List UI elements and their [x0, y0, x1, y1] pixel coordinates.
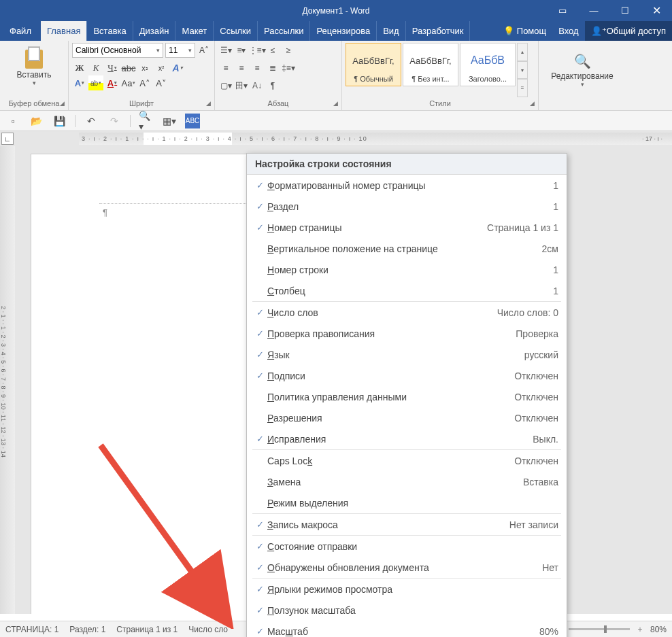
tab-developer[interactable]: Разработчик — [406, 21, 471, 41]
zoom-slider[interactable] — [569, 628, 630, 630]
statusbar-option[interactable]: ✓ИсправленияВыкл. — [247, 428, 567, 449]
subscript-button[interactable]: x — [137, 61, 152, 75]
paragraph-dialog-launcher[interactable]: ◢ — [333, 100, 338, 107]
styles-dialog-launcher[interactable]: ◢ — [530, 100, 535, 107]
share-button[interactable]: 👤⁺ Общий доступ — [585, 21, 672, 41]
tab-view[interactable]: Вид — [377, 21, 406, 41]
tab-layout[interactable]: Макет — [175, 21, 214, 41]
minimize-button[interactable]: ― — [578, 0, 609, 21]
show-marks-button[interactable]: ¶ — [265, 78, 280, 93]
increase-font-button[interactable]: A˄ — [197, 43, 211, 58]
tab-review[interactable]: Рецензирова — [310, 21, 377, 41]
zoom-in-button[interactable]: + — [635, 625, 645, 634]
change-case-button[interactable]: Aa▾ — [121, 75, 136, 90]
paste-button[interactable]: Вставить — [17, 70, 52, 80]
undo-button[interactable]: ↶ — [84, 114, 99, 128]
new-doc-button[interactable]: ▫ — [5, 114, 20, 128]
statusbar-option[interactable]: ✓Языкрусский — [247, 344, 567, 365]
statusbar-option[interactable]: Caps LockОтключен — [247, 450, 567, 471]
align-left-button[interactable]: ≡ — [218, 61, 233, 75]
clipboard-dialog-launcher[interactable]: ◢ — [60, 100, 65, 107]
borders-button[interactable]: 田▾ — [234, 78, 249, 93]
table-button[interactable]: ▦▾ — [162, 114, 177, 128]
align-right-button[interactable]: ≡ — [250, 61, 265, 75]
horizontal-ruler[interactable]: 3 · ı · 2 · ı · 1 · ı · · ı · 1 · ı · 2 … — [79, 133, 672, 145]
statusbar-option[interactable]: ✓Ярлыки режимов просмотра — [247, 579, 567, 600]
statusbar-option[interactable]: ✓Проверка правописанияПроверка — [247, 323, 567, 344]
find-icon[interactable]: 🔍 — [574, 53, 591, 69]
font-color-button[interactable]: A▾ — [105, 75, 120, 90]
tab-home[interactable]: Главная — [41, 21, 87, 41]
shrink-font-button[interactable]: A˅ — [154, 75, 169, 90]
ribbon-display-options[interactable]: ▭ — [547, 0, 578, 21]
underline-button[interactable]: Ч▾ — [105, 61, 120, 75]
style-no-spacing[interactable]: АаБбВвГг, ¶ Без инт... — [403, 43, 458, 86]
paste-icon[interactable] — [22, 46, 46, 70]
style-heading1[interactable]: АаБбВ Заголово... — [460, 43, 516, 86]
option-value: 1 — [553, 286, 558, 296]
font-name-select[interactable]: Calibri (Основной▾ — [72, 43, 163, 58]
increase-indent-button[interactable]: ≥ — [281, 43, 296, 58]
highlight-button[interactable]: ab▾ — [88, 75, 103, 90]
statusbar-option[interactable]: ✓Номер страницыСтраница 1 из 1 — [247, 217, 567, 238]
font-dialog-launcher[interactable]: ◢ — [206, 100, 211, 107]
status-page[interactable]: СТРАНИЦА: 1 — [5, 625, 58, 634]
statusbar-option[interactable]: ✓Запись макросаНет записи — [247, 514, 567, 535]
numbering-button[interactable]: ≡▾ — [234, 43, 249, 58]
statusbar-option[interactable]: ✓Форматированный номер страницы1 — [247, 175, 567, 196]
preview-button[interactable]: 🔍▾ — [139, 114, 154, 128]
strikethrough-button[interactable]: abc — [121, 61, 136, 75]
shading-button[interactable]: ▢▾ — [218, 78, 233, 93]
sort-button[interactable]: A↓ — [250, 78, 265, 93]
status-page-of[interactable]: Страница 1 из 1 — [116, 625, 178, 634]
style-normal[interactable]: АаБбВвГг, ¶ Обычный — [346, 43, 401, 86]
bold-button[interactable]: Ж — [72, 61, 87, 75]
multilevel-button[interactable]: ⋮≡▾ — [250, 43, 265, 58]
close-button[interactable]: ✕ — [641, 0, 672, 21]
line-spacing-button[interactable]: ‡≡▾ — [281, 61, 296, 75]
editing-button[interactable]: Редактирование — [551, 71, 613, 81]
statusbar-option[interactable]: ✓Ползунок масштаба — [247, 600, 567, 621]
tab-selector[interactable]: ∟ — [1, 133, 14, 145]
statusbar-option[interactable]: Столбец1 — [247, 280, 567, 301]
tab-file[interactable]: Файл — [0, 21, 41, 41]
text-fill-button[interactable]: A▾ — [72, 75, 87, 90]
redo-button[interactable]: ↷ — [107, 114, 122, 128]
statusbar-option[interactable]: РазрешенияОтключен — [247, 407, 567, 428]
decrease-indent-button[interactable]: ≤ — [265, 43, 280, 58]
italic-button[interactable]: К — [88, 61, 103, 75]
status-section[interactable]: Раздел: 1 — [69, 625, 105, 634]
zoom-level[interactable]: 80% — [650, 625, 667, 634]
statusbar-option[interactable]: ✓Число словЧисло слов: 0 — [247, 302, 567, 323]
save-button[interactable]: 💾 — [52, 114, 67, 128]
statusbar-option[interactable]: Политика управления даннымиОтключен — [247, 386, 567, 407]
align-center-button[interactable]: ≡ — [234, 61, 249, 75]
statusbar-option[interactable]: Вертикальное положение на странице2см — [247, 238, 567, 259]
font-size-select[interactable]: 11▾ — [165, 43, 195, 58]
superscript-button[interactable]: x — [154, 61, 169, 75]
maximize-button[interactable]: ☐ — [609, 0, 641, 21]
statusbar-option[interactable]: Режим выделения — [247, 492, 567, 513]
text-effects-button[interactable]: A▾ — [170, 61, 185, 75]
styles-gallery-spinner[interactable]: ▴▾≡ — [517, 43, 528, 97]
spellcheck-button[interactable]: ABC — [185, 114, 200, 128]
statusbar-option[interactable]: ЗаменаВставка — [247, 471, 567, 492]
bullets-button[interactable]: ☰▾ — [218, 43, 233, 58]
tab-insert[interactable]: Вставка — [87, 21, 133, 41]
sign-in[interactable]: Вход — [552, 21, 584, 41]
tab-mailings[interactable]: Рассылки — [258, 21, 310, 41]
tab-references[interactable]: Ссылки — [214, 21, 258, 41]
grow-font-button[interactable]: A˄ — [137, 75, 152, 90]
status-word-count[interactable]: Число сло — [188, 625, 228, 634]
tab-design[interactable]: Дизайн — [133, 21, 176, 41]
justify-button[interactable]: ≣ — [265, 61, 280, 75]
statusbar-option[interactable]: ✓Масштаб80% — [247, 621, 567, 637]
statusbar-option[interactable]: ✓Состояние отправки — [247, 536, 567, 557]
open-button[interactable]: 📂 — [29, 114, 44, 128]
statusbar-option[interactable]: ✓ПодписиОтключен — [247, 365, 567, 386]
statusbar-option[interactable]: Номер строки1 — [247, 259, 567, 280]
tell-me[interactable]: 💡Помощ — [497, 21, 552, 41]
statusbar-option[interactable]: ✓Раздел1 — [247, 196, 567, 217]
statusbar-option[interactable]: ✓Обнаружены обновления документаНет — [247, 557, 567, 578]
vertical-ruler[interactable]: 2 · 1 · · 1 · 2 · 3 · 4 · 5 · 6 · 7 · 8 … — [0, 146, 15, 614]
